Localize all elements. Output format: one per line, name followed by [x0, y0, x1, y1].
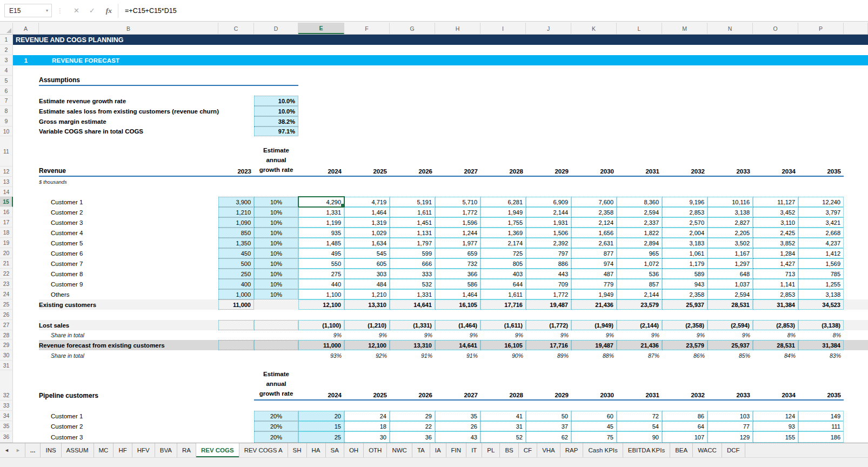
cell-J21[interactable]: 805	[480, 258, 526, 269]
cell-J28[interactable]: 9%	[480, 330, 526, 340]
cell-M15[interactable]: 8,360	[617, 197, 662, 207]
cell-16[interactable]: 3,797	[798, 207, 844, 217]
cell-G22[interactable]: 303	[344, 269, 390, 279]
cell-O18[interactable]: 2,205	[707, 228, 753, 238]
cell-C23[interactable]: 400	[218, 279, 254, 289]
cell-B21[interactable]: Customer 7	[39, 258, 218, 269]
sheet-tab-bea[interactable]: BEA	[670, 443, 693, 457]
cell-B16[interactable]: Customer 2	[39, 207, 218, 217]
main-title-band[interactable]: REVENUE AND COGS PLANNING	[13, 35, 868, 45]
cell-G17[interactable]: 1,319	[344, 217, 390, 228]
cell-O16[interactable]: 3,138	[707, 207, 753, 217]
sheet-tab-oth[interactable]: OTH	[364, 443, 387, 457]
assumption-label-1[interactable]: Estimate revenue growth rate	[39, 96, 254, 106]
assumption-label-3[interactable]: Gross margin estimate	[39, 116, 254, 126]
cell-K17[interactable]: 1,931	[526, 217, 571, 228]
cell-G16[interactable]: 1,464	[344, 207, 390, 217]
cell-M32[interactable]: 2031	[617, 370, 662, 401]
cell-M23[interactable]: 857	[617, 279, 662, 289]
cell-C22[interactable]: 250	[218, 269, 254, 279]
row-header-34[interactable]: 34	[0, 411, 13, 421]
cell-L16[interactable]: 2,358	[571, 207, 617, 217]
cell-N30[interactable]: 86%	[662, 350, 707, 361]
cell-L17[interactable]: 2,124	[571, 217, 617, 228]
sheet-tab-sh[interactable]: SH	[288, 443, 307, 457]
row-header-24[interactable]: 24	[0, 289, 13, 299]
cell-28[interactable]: 8%	[798, 330, 844, 340]
cell-I35[interactable]: 26	[435, 421, 480, 431]
cell-I24[interactable]: 1,464	[435, 289, 480, 299]
cell-J19[interactable]: 2,174	[480, 238, 526, 248]
col-header-G[interactable]: G	[390, 23, 435, 34]
cell-H27[interactable]: (1,331)	[390, 320, 435, 330]
cell-23[interactable]: 1,255	[798, 279, 844, 289]
row-header-21[interactable]: 21	[0, 258, 13, 269]
cell-H34[interactable]: 29	[390, 411, 435, 421]
cell-D27[interactable]	[254, 320, 298, 330]
cell-F16[interactable]: 1,331	[298, 207, 344, 217]
cell-17[interactable]: 3,421	[798, 217, 844, 228]
cell-H19[interactable]: 1,797	[390, 238, 435, 248]
col-header-C[interactable]: C	[218, 23, 254, 34]
col-header-B[interactable]: B	[39, 23, 218, 34]
row-header-28[interactable]: 28	[0, 330, 13, 340]
cell-M12[interactable]: 2031	[617, 136, 662, 177]
cell-C20[interactable]: 450	[218, 248, 254, 258]
cell-F19[interactable]: 1,485	[298, 238, 344, 248]
cell-C16[interactable]: 1,210	[218, 207, 254, 217]
cell-I20[interactable]: 659	[435, 248, 480, 258]
cell-O35[interactable]: 77	[707, 421, 753, 431]
row-header-8[interactable]: 8	[0, 106, 13, 116]
cell-G25[interactable]: 13,310	[344, 299, 390, 310]
cell-D11[interactable]: Estimate annual growth rate	[254, 136, 298, 177]
cell-I29[interactable]: 14,641	[435, 340, 480, 350]
cell-C21[interactable]: 500	[218, 258, 254, 269]
cell-P22[interactable]: 713	[753, 269, 798, 279]
cell-M17[interactable]: 2,337	[617, 217, 662, 228]
cell-I18[interactable]: 1,244	[435, 228, 480, 238]
cell-I30[interactable]: 91%	[435, 350, 480, 361]
cell-I23[interactable]: 586	[435, 279, 480, 289]
name-box-dropdown-icon[interactable]: ▾	[43, 8, 51, 13]
cell-M36[interactable]: 90	[617, 431, 662, 443]
cell-P32[interactable]: 2034	[753, 370, 798, 401]
cell-O21[interactable]: 1,297	[707, 258, 753, 269]
cell-L12[interactable]: 2030	[571, 136, 617, 177]
confirm-entry-icon[interactable]: ✓	[84, 6, 100, 15]
cell-N28[interactable]: 9%	[662, 330, 707, 340]
cell-D16[interactable]: 10%	[254, 207, 298, 217]
cell-J36[interactable]: 52	[480, 431, 526, 443]
sheet-tab-ta[interactable]: TA	[412, 443, 430, 457]
cell-15[interactable]: 12,240	[798, 197, 844, 207]
cell-J17[interactable]: 1,755	[480, 217, 526, 228]
cell-N15[interactable]: 9,196	[662, 197, 707, 207]
cell-F27[interactable]: (1,100)	[298, 320, 344, 330]
sheet-nav-left-icon[interactable]: ◄	[4, 448, 9, 453]
cell-C24[interactable]: 1,000	[218, 289, 254, 299]
cell-H36[interactable]: 36	[390, 431, 435, 443]
select-all-corner[interactable]	[0, 23, 13, 34]
cell-J23[interactable]: 644	[480, 279, 526, 289]
cell-D20[interactable]: 10%	[254, 248, 298, 258]
cell-P23[interactable]: 1,141	[753, 279, 798, 289]
cell-M21[interactable]: 1,072	[617, 258, 662, 269]
cell-L22[interactable]: 487	[571, 269, 617, 279]
cell-H29[interactable]: 13,310	[390, 340, 435, 350]
assumptions-heading[interactable]: Assumptions	[39, 76, 298, 86]
cell-G35[interactable]: 18	[344, 421, 390, 431]
assumption-value-3[interactable]: 38.2%	[254, 116, 298, 126]
sheet-tab-pl[interactable]: PL	[482, 443, 500, 457]
cell-27[interactable]: (3,138)	[798, 320, 844, 330]
cell-P18[interactable]: 2,425	[753, 228, 798, 238]
col-header-L[interactable]: L	[617, 23, 662, 34]
sheet-tab-fin[interactable]: FIN	[446, 443, 467, 457]
cell-B12[interactable]: Revenue	[39, 136, 218, 177]
sheet-tab-rev-cogs-a[interactable]: REV COGS A	[239, 443, 288, 457]
formula-input[interactable]: =+C15+C15*D15	[125, 7, 177, 15]
cell-B25[interactable]: Existing customers	[39, 299, 218, 310]
cell-O20[interactable]: 1,167	[707, 248, 753, 258]
cell-L34[interactable]: 60	[571, 411, 617, 421]
cell-F25[interactable]: 12,100	[298, 299, 344, 310]
cell-K35[interactable]: 37	[526, 421, 571, 431]
cell-F22[interactable]: 275	[298, 269, 344, 279]
